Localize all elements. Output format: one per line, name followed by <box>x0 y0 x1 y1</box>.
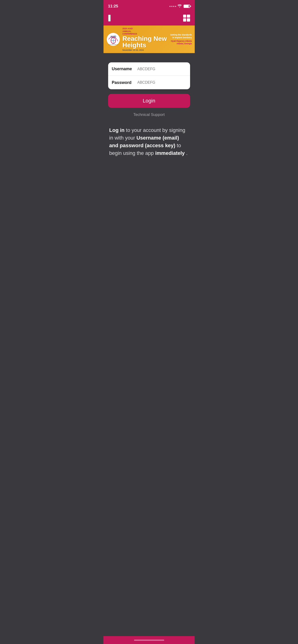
status-time: 11:25 <box>108 4 118 8</box>
qr-icon[interactable] <box>183 14 190 22</box>
banner-center: 2024 AAID ANNUAL CONFERENCE Reaching New… <box>123 27 168 51</box>
login-button[interactable]: Login <box>108 94 190 108</box>
password-input-group[interactable]: Password <box>108 76 190 89</box>
banner-date: November 13-16, 2024 <box>123 49 168 51</box>
username-input[interactable] <box>135 67 186 71</box>
status-icons <box>169 4 190 8</box>
banner-tagline: Setting the Standardsin Implant Dentistr… <box>170 34 192 39</box>
signal-dots-icon <box>169 6 176 7</box>
info-login-bold: Log in <box>109 127 125 133</box>
conference-logo: AAID AMERICAN ACADEMY <box>106 32 120 46</box>
banner-title-line1: Reaching New <box>123 36 168 42</box>
info-immediately-bold: immediately <box>155 150 185 156</box>
info-text: Log in to your account by signing in wit… <box>108 126 190 157</box>
banner-venue: Hyatt Regency AtlantaAtlanta, Georgia <box>170 40 192 45</box>
username-label: Username <box>112 66 135 72</box>
tech-support-link[interactable]: Technical Support <box>108 112 190 117</box>
password-input[interactable] <box>135 80 186 84</box>
info-text-period: . <box>186 150 187 156</box>
svg-text:AMERICAN ACADEMY: AMERICAN ACADEMY <box>108 44 118 45</box>
banner-conference-label: 2024 AAID ANNUAL CONFERENCE <box>123 27 168 36</box>
main-content: Username Password Login Technical Suppor… <box>104 53 195 164</box>
username-input-group[interactable]: Username <box>108 62 190 76</box>
banner-title-line2: Heights <box>123 42 168 48</box>
back-button[interactable]: ‹ <box>108 14 111 22</box>
password-label: Password <box>112 80 135 85</box>
nav-bar: ‹ <box>104 12 195 26</box>
banner-right: Setting the Standardsin Implant Dentistr… <box>170 34 192 45</box>
status-bar: 11:25 <box>104 0 195 12</box>
battery-icon <box>184 5 190 8</box>
wifi-icon <box>178 4 182 8</box>
login-form: Username Password <box>108 62 190 89</box>
conference-banner: AAID AMERICAN ACADEMY 2024 AAID ANNUAL C… <box>104 26 195 53</box>
